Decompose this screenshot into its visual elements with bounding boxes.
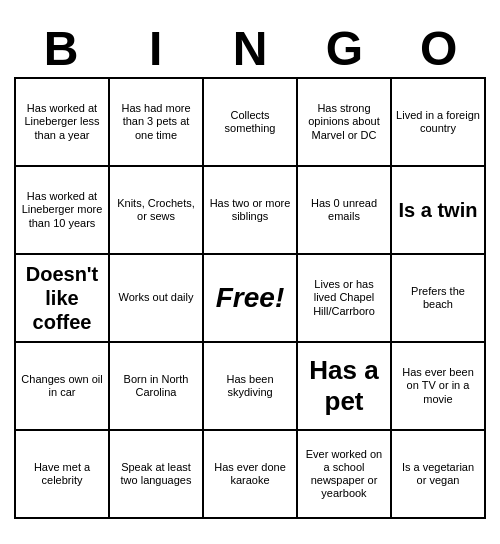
bingo-grid: Has worked at Lineberger less than a yea… [14,77,486,519]
letter-g: G [300,25,388,73]
bingo-cell-24[interactable]: Is a vegetarian or vegan [392,431,486,519]
bingo-cell-7[interactable]: Has two or more siblings [204,167,298,255]
bingo-cell-8[interactable]: Has 0 unread emails [298,167,392,255]
bingo-cell-23[interactable]: Ever worked on a school newspaper or yea… [298,431,392,519]
bingo-cell-21[interactable]: Speak at least two languages [110,431,204,519]
bingo-cell-5[interactable]: Has worked at Lineberger more than 10 ye… [16,167,110,255]
bingo-cell-19[interactable]: Has ever been on TV or in a movie [392,343,486,431]
bingo-card: B I N G O Has worked at Lineberger less … [10,21,490,523]
bingo-cell-2[interactable]: Collects something [204,79,298,167]
bingo-cell-6[interactable]: Knits, Crochets, or sews [110,167,204,255]
bingo-cell-9[interactable]: Is a twin [392,167,486,255]
bingo-cell-20[interactable]: Have met a celebrity [16,431,110,519]
bingo-cell-10[interactable]: Doesn't like coffee [16,255,110,343]
bingo-cell-16[interactable]: Born in North Carolina [110,343,204,431]
bingo-cell-17[interactable]: Has been skydiving [204,343,298,431]
bingo-cell-1[interactable]: Has had more than 3 pets at one time [110,79,204,167]
letter-i: I [112,25,200,73]
bingo-cell-3[interactable]: Has strong opinions about Marvel or DC [298,79,392,167]
bingo-cell-0[interactable]: Has worked at Lineberger less than a yea… [16,79,110,167]
letter-o: O [395,25,483,73]
letter-b: B [17,25,105,73]
bingo-cell-4[interactable]: Lived in a foreign country [392,79,486,167]
letter-n: N [206,25,294,73]
bingo-cell-14[interactable]: Prefers the beach [392,255,486,343]
bingo-cell-15[interactable]: Changes own oil in car [16,343,110,431]
bingo-cell-12[interactable]: Free! [204,255,298,343]
bingo-cell-18[interactable]: Has a pet [298,343,392,431]
bingo-cell-11[interactable]: Works out daily [110,255,204,343]
bingo-header: B I N G O [14,25,486,73]
bingo-cell-22[interactable]: Has ever done karaoke [204,431,298,519]
bingo-cell-13[interactable]: Lives or has lived Chapel Hill/Carrboro [298,255,392,343]
